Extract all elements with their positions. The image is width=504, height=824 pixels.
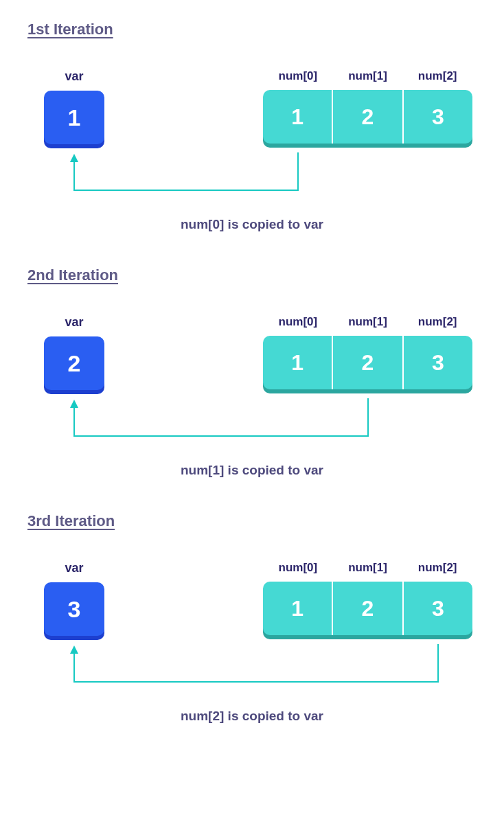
connector-area: [27, 162, 477, 217]
array-cell: 2: [333, 336, 403, 389]
array-group: num[0]num[1]num[2]123: [263, 315, 472, 393]
diagram-row: var1num[0]num[1]num[2]123: [27, 69, 477, 162]
array-index-label: num[2]: [402, 561, 472, 575]
array-index-label: num[0]: [263, 69, 333, 83]
arrowhead-icon: [70, 645, 78, 654]
var-box: 3: [44, 582, 104, 636]
array-box: 123: [263, 336, 472, 389]
array-index-label: num[0]: [263, 561, 333, 575]
iteration-caption: num[2] is copied to var: [27, 709, 477, 724]
var-label: var: [40, 315, 108, 330]
diagram-row: var2num[0]num[1]num[2]123: [27, 315, 477, 408]
arrowhead-icon: [70, 154, 78, 162]
iteration-2: 2nd Iterationvar2num[0]num[1]num[2]123nu…: [27, 266, 477, 478]
array-box: 123: [263, 90, 472, 144]
var-group: var3: [40, 561, 108, 640]
array-index-label: num[1]: [333, 69, 403, 83]
array-cell: 1: [263, 90, 333, 144]
array-cell: 3: [404, 90, 472, 144]
connector-line: [27, 152, 477, 207]
var-label: var: [40, 69, 108, 84]
var-box: 2: [44, 336, 104, 390]
iteration-title: 1st Iteration: [27, 21, 477, 38]
array-index-label: num[2]: [402, 315, 472, 329]
var-label: var: [40, 561, 108, 575]
array-index-label: num[0]: [263, 315, 333, 329]
connector-line: [27, 644, 477, 699]
array-index-label: num[2]: [402, 69, 472, 83]
arrowhead-icon: [70, 400, 78, 408]
var-group: var2: [40, 315, 108, 394]
iteration-caption: num[0] is copied to var: [27, 217, 477, 232]
iteration-1: 1st Iterationvar1num[0]num[1]num[2]123nu…: [27, 21, 477, 232]
array-index-label: num[1]: [333, 561, 403, 575]
var-group: var1: [40, 69, 108, 148]
array-cell: 1: [263, 582, 333, 635]
array-cell: 2: [333, 90, 403, 144]
array-index-label: num[1]: [333, 315, 403, 329]
array-group: num[0]num[1]num[2]123: [263, 561, 472, 639]
iteration-3: 3rd Iterationvar3num[0]num[1]num[2]123nu…: [27, 512, 477, 724]
array-box: 123: [263, 582, 472, 635]
iteration-title: 2nd Iteration: [27, 266, 477, 284]
var-box: 1: [44, 91, 104, 144]
connector-line: [27, 398, 477, 453]
array-cell: 2: [333, 582, 403, 635]
array-cell: 1: [263, 336, 333, 389]
array-cell: 3: [404, 582, 472, 635]
connector-area: [27, 408, 477, 463]
array-group: num[0]num[1]num[2]123: [263, 69, 472, 148]
array-cell: 3: [404, 336, 472, 389]
connector-area: [27, 654, 477, 709]
iteration-caption: num[1] is copied to var: [27, 463, 477, 478]
iteration-title: 3rd Iteration: [27, 512, 477, 530]
diagram-row: var3num[0]num[1]num[2]123: [27, 561, 477, 654]
